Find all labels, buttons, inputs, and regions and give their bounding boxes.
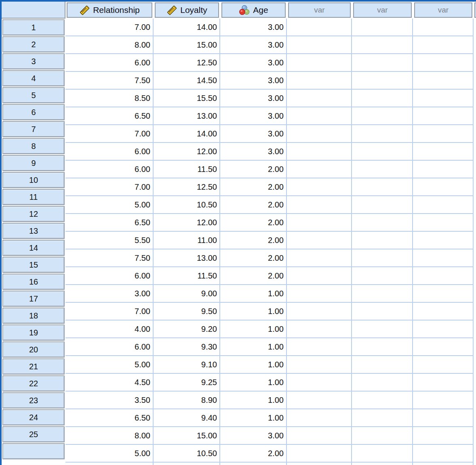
data-cell[interactable]: 9.20: [154, 320, 220, 338]
row-number-button[interactable]: 7: [2, 121, 65, 137]
empty-data-cell[interactable]: [287, 356, 352, 374]
column-header-loyalty[interactable]: Loyalty: [155, 2, 219, 18]
empty-data-cell[interactable]: [287, 463, 352, 465]
data-cell[interactable]: 3.00: [220, 90, 287, 107]
empty-data-cell[interactable]: [413, 232, 474, 249]
empty-data-cell[interactable]: [352, 303, 413, 320]
empty-data-cell[interactable]: [287, 303, 352, 320]
empty-data-cell[interactable]: [287, 72, 352, 90]
data-cell[interactable]: 3.00: [220, 143, 287, 161]
data-cell[interactable]: 12.50: [154, 178, 220, 196]
row-number-button[interactable]: 25: [2, 426, 65, 442]
row-number-button[interactable]: 23: [2, 392, 65, 408]
empty-data-cell[interactable]: [352, 267, 413, 285]
data-cell[interactable]: 11.00: [154, 232, 220, 249]
data-cell[interactable]: 4.50: [65, 374, 154, 392]
data-cell[interactable]: 9.30: [154, 338, 220, 356]
row-number-button[interactable]: 1: [2, 19, 65, 36]
empty-data-cell[interactable]: [287, 427, 352, 445]
row-number-button[interactable]: 13: [2, 223, 65, 239]
data-cell[interactable]: 3.00: [220, 107, 287, 125]
row-number-button[interactable]: 10: [2, 172, 65, 188]
data-cell[interactable]: 7.00: [65, 303, 154, 320]
empty-data-cell[interactable]: [287, 338, 352, 356]
empty-data-cell[interactable]: [287, 232, 352, 249]
data-cell[interactable]: 9.40: [154, 409, 220, 427]
empty-data-cell[interactable]: [287, 249, 352, 267]
empty-data-cell[interactable]: [413, 338, 474, 356]
row-number-button[interactable]: 8: [2, 138, 65, 154]
row-number-button[interactable]: [2, 443, 65, 459]
empty-data-cell[interactable]: [413, 267, 474, 285]
data-cell[interactable]: 6.50: [65, 409, 154, 427]
data-cell[interactable]: 3.00: [220, 125, 287, 143]
data-cell[interactable]: 7.50: [65, 72, 154, 90]
data-cell[interactable]: 8.00: [65, 427, 154, 445]
data-cell[interactable]: 1.00: [220, 338, 287, 356]
data-cell[interactable]: 2.00: [220, 214, 287, 232]
empty-data-cell[interactable]: [287, 36, 352, 54]
empty-data-cell[interactable]: [413, 90, 474, 107]
empty-data-cell[interactable]: [287, 54, 352, 72]
data-cell[interactable]: 2.00: [220, 267, 287, 285]
row-number-button[interactable]: 18: [2, 308, 65, 324]
row-number-button[interactable]: 9: [2, 155, 65, 171]
data-cell[interactable]: 8.90: [154, 392, 220, 409]
data-cell[interactable]: 13.00: [154, 107, 220, 125]
empty-data-cell[interactable]: [352, 54, 413, 72]
empty-data-cell[interactable]: [352, 178, 413, 196]
empty-data-cell[interactable]: [352, 374, 413, 392]
data-cell[interactable]: 3.00: [65, 285, 154, 303]
column-header-var-2[interactable]: var: [353, 2, 412, 18]
data-cell[interactable]: 5.00: [65, 445, 154, 463]
data-cell[interactable]: 12.50: [154, 54, 220, 72]
empty-data-cell[interactable]: [220, 463, 287, 465]
empty-data-cell[interactable]: [413, 107, 474, 125]
data-cell[interactable]: 14.00: [154, 125, 220, 143]
corner-select-all-cell[interactable]: [2, 2, 65, 19]
empty-data-cell[interactable]: [352, 90, 413, 107]
empty-data-cell[interactable]: [287, 143, 352, 161]
empty-data-cell[interactable]: [413, 249, 474, 267]
empty-data-cell[interactable]: [352, 249, 413, 267]
data-cell[interactable]: 7.00: [65, 125, 154, 143]
empty-data-cell[interactable]: [413, 320, 474, 338]
row-number-button[interactable]: 14: [2, 240, 65, 256]
column-header-relationship[interactable]: Relationship: [67, 2, 152, 18]
row-number-button[interactable]: 5: [2, 87, 65, 103]
data-cell[interactable]: 6.00: [65, 161, 154, 178]
data-cell[interactable]: 2.00: [220, 249, 287, 267]
data-cell[interactable]: 13.00: [154, 249, 220, 267]
data-cell[interactable]: 14.00: [154, 19, 220, 36]
row-number-button[interactable]: 3: [2, 53, 65, 69]
column-header-var-1[interactable]: var: [288, 2, 351, 18]
empty-data-cell[interactable]: [352, 285, 413, 303]
column-header-var-3[interactable]: var: [414, 2, 472, 18]
data-cell[interactable]: 3.50: [65, 392, 154, 409]
empty-data-cell[interactable]: [287, 392, 352, 409]
empty-data-cell[interactable]: [413, 178, 474, 196]
empty-data-cell[interactable]: [413, 374, 474, 392]
empty-data-cell[interactable]: [413, 196, 474, 214]
row-number-button[interactable]: 4: [2, 70, 65, 86]
data-cell[interactable]: 9.50: [154, 303, 220, 320]
empty-data-cell[interactable]: [352, 107, 413, 125]
data-cell[interactable]: 15.00: [154, 427, 220, 445]
data-cell[interactable]: 4.00: [65, 320, 154, 338]
empty-data-cell[interactable]: [413, 36, 474, 54]
empty-data-cell[interactable]: [413, 161, 474, 178]
data-cell[interactable]: 3.00: [220, 36, 287, 54]
data-cell[interactable]: 1.00: [220, 409, 287, 427]
empty-data-cell[interactable]: [413, 143, 474, 161]
empty-data-cell[interactable]: [413, 356, 474, 374]
empty-data-cell[interactable]: [352, 445, 413, 463]
row-number-button[interactable]: 20: [2, 341, 65, 358]
empty-data-cell[interactable]: [352, 36, 413, 54]
data-cell[interactable]: 5.50: [65, 232, 154, 249]
data-cell[interactable]: 7.50: [65, 249, 154, 267]
data-cell[interactable]: 10.50: [154, 445, 220, 463]
empty-data-cell[interactable]: [287, 285, 352, 303]
empty-data-cell[interactable]: [413, 409, 474, 427]
empty-data-cell[interactable]: [352, 320, 413, 338]
row-number-button[interactable]: 19: [2, 325, 65, 341]
